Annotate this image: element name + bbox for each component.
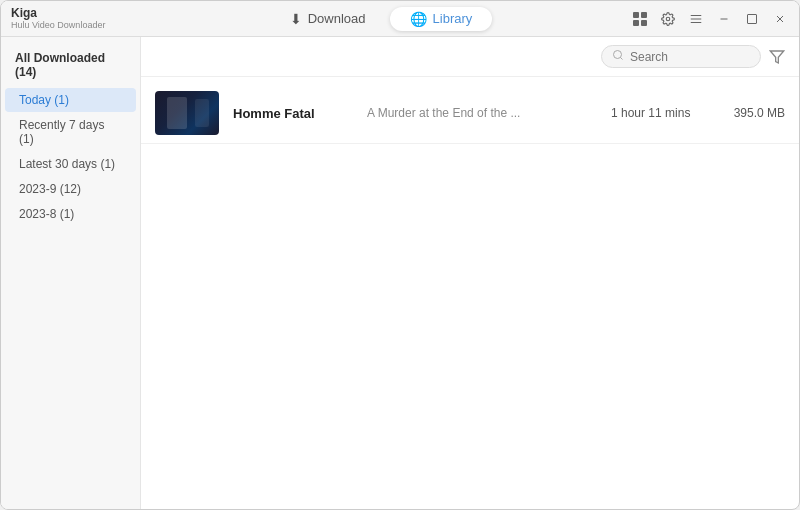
title-bar: Kiga Hulu Video Downloader ⬇ Download 🌐 … [1,1,799,37]
svg-rect-5 [748,14,757,23]
sidebar: All Downloaded (14) Today (1) Recently 7… [1,37,141,509]
sidebar-item-2023-9[interactable]: 2023-9 (12) [5,177,136,201]
grid-icon [633,12,647,26]
search-icon [612,49,624,64]
sidebar-item-recent7-label: Recently 7 days (1) [19,118,122,146]
main-layout: All Downloaded (14) Today (1) Recently 7… [1,37,799,509]
sidebar-item-2023-8-label: 2023-8 (1) [19,207,74,221]
tab-library[interactable]: 🌐 Library [390,7,493,31]
library-icon: 🌐 [410,11,427,27]
svg-line-9 [620,57,622,59]
svg-point-8 [614,51,622,59]
app-branding: Kiga Hulu Video Downloader [11,6,131,31]
thumbnail-figure [167,97,187,129]
search-input[interactable] [630,50,750,64]
sidebar-item-recent30[interactable]: Latest 30 days (1) [5,152,136,176]
item-size: 395.0 MB [715,106,785,120]
maximize-icon [746,13,758,25]
nav-tabs: ⬇ Download 🌐 Library [131,7,631,31]
gear-icon [661,12,675,26]
app-name: Kiga [11,6,131,20]
tab-library-label: Library [433,11,473,26]
item-subtitle: A Murder at the End of the ... [367,106,597,120]
sidebar-section-title: All Downloaded (14) [1,47,140,87]
sidebar-item-recent30-label: Latest 30 days (1) [19,157,115,171]
thumbnail-inner [155,91,219,135]
close-button[interactable] [771,10,789,28]
app-subtitle: Hulu Video Downloader [11,20,131,31]
close-icon [774,13,786,25]
sidebar-item-2023-8[interactable]: 2023-8 (1) [5,202,136,226]
item-title: Homme Fatal [233,106,353,121]
thumbnail [155,91,219,135]
maximize-button[interactable] [743,10,761,28]
filter-button[interactable] [769,49,785,65]
content-list: Homme Fatal A Murder at the End of the .… [141,77,799,509]
minimize-icon [718,13,730,25]
content-toolbar [141,37,799,77]
filter-icon [769,49,785,65]
content-area: Homme Fatal A Murder at the End of the .… [141,37,799,509]
grid-view-button[interactable] [631,10,649,28]
download-icon: ⬇ [290,11,302,27]
menu-button[interactable] [687,10,705,28]
hamburger-icon [689,12,703,26]
app-window: Kiga Hulu Video Downloader ⬇ Download 🌐 … [0,0,800,510]
sidebar-item-today-label: Today (1) [19,93,69,107]
tab-download[interactable]: ⬇ Download [270,7,386,31]
settings-button[interactable] [659,10,677,28]
svg-point-0 [666,17,670,21]
sidebar-item-today[interactable]: Today (1) [5,88,136,112]
minimize-button[interactable] [715,10,733,28]
sidebar-item-recent7[interactable]: Recently 7 days (1) [5,113,136,151]
sidebar-item-2023-9-label: 2023-9 (12) [19,182,81,196]
item-duration: 1 hour 11 mins [611,106,701,120]
svg-marker-10 [770,51,783,63]
thumbnail-figure2 [195,99,209,127]
tab-download-label: Download [308,11,366,26]
list-item[interactable]: Homme Fatal A Murder at the End of the .… [141,83,799,144]
window-controls [631,10,789,28]
search-box [601,45,761,68]
